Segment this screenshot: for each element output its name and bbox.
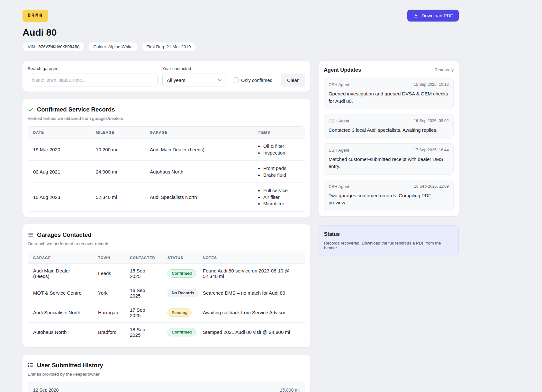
agent-update-item: CSH Agent 17 Sep 2025, 16:44 Matched cus…	[324, 143, 454, 175]
user-history-entry: 12 Sep 2020 15,800 mi Oil & filter at ho…	[28, 382, 305, 392]
confirmed-records-subtitle: Verified entries we obtained from garage…	[28, 116, 305, 121]
garage-town: Bradford	[93, 325, 125, 339]
download-pdf-button[interactable]: Download PDF	[407, 10, 459, 22]
col-mileage: Mileage	[91, 127, 145, 138]
garages-contacted-table: Garage Town Contacted Status Notes Audi …	[28, 252, 305, 342]
update-message: Two garages confirmed records. Compiling…	[329, 192, 449, 207]
vin-value: 0Z0VZWKHVGKMDRABQ	[38, 44, 79, 49]
agent-name: CSH Agent	[329, 148, 349, 153]
agent-name: CSH Agent	[329, 184, 349, 189]
clear-button[interactable]: Clear	[281, 74, 305, 86]
garage-name: Autohaus North	[28, 325, 93, 339]
agent-name: CSH Agent	[329, 119, 349, 123]
col-items: Items	[252, 127, 305, 138]
garage-notes: Awaiting callback from Service Advisor	[198, 306, 305, 319]
garage-notes: Stamped 2021 Audi 80 visit @ 24,900 mi	[198, 325, 305, 339]
col-date: Date	[28, 127, 91, 138]
garage-town: York	[93, 286, 125, 300]
record-items: Oil & filter Inspection	[257, 143, 300, 156]
table-header-row: Garage Town Contacted Status Notes	[28, 252, 305, 264]
status-badge: Confirmed	[167, 328, 196, 336]
demo-badge: D3M0	[23, 10, 48, 22]
record-item: Inspection	[263, 150, 300, 156]
agent-update-item: CSH Agent 15 Sep 2025, 10:12 Opened inve…	[324, 78, 454, 109]
garage-notes: Found Audi 80 service on 2023-08-10 @ 52…	[198, 264, 305, 283]
garage-contacted-date: 17 Sep 2025	[125, 303, 162, 322]
col-garage: Garage	[145, 127, 252, 138]
table-header-row: Date Mileage Garage Items	[28, 127, 305, 138]
record-item: Air filter	[263, 194, 300, 200]
vehicle-chips: VIN: 0Z0VZWKHVGKMDRABQ Colour: Alpine Wh…	[23, 42, 459, 51]
garage-name: MOT & Service Centre	[28, 286, 93, 300]
status-title: Status	[324, 231, 453, 237]
table-row: Audi Main Dealer (Leeds) Leeds 15 Sep 20…	[28, 264, 305, 283]
only-confirmed-label: Only confirmed	[241, 78, 273, 83]
update-message: Matched customer-submitted receipt with …	[329, 156, 449, 170]
year-label: Year contacted	[162, 66, 227, 71]
table-row: 19 Mar 2020 10,200 mi Audi Main Dealer (…	[28, 138, 305, 161]
list-icon	[28, 362, 34, 368]
agent-update-item: CSH Agent 16 Sep 2025, 09:02 Contacted 3…	[324, 114, 454, 138]
check-icon	[28, 107, 34, 113]
garages-contacted-title: Garages Contacted	[37, 231, 92, 238]
table-row: 02 Aug 2021 24,900 mi Autohaus North Fro…	[28, 161, 305, 183]
page-header: D3M0 Download PDF	[23, 10, 459, 22]
entry-mileage: 15,800 mi	[280, 388, 299, 392]
year-select[interactable]: All years	[162, 74, 227, 86]
record-garage: Audi Specialists North	[145, 190, 252, 204]
record-date: 02 Aug 2021	[28, 165, 91, 179]
colour-chip: Colour: Alpine White	[88, 42, 138, 51]
update-timestamp: 18 Sep 2025, 11:09	[414, 184, 449, 189]
download-icon	[413, 13, 419, 18]
garage-contacted-date: 16 Sep 2025	[125, 283, 162, 303]
page: D3M0 Download PDF Audi 80 VIN: 0Z0VZWKHV…	[0, 0, 459, 392]
search-input[interactable]	[28, 74, 158, 86]
chevron-down-icon	[217, 77, 222, 83]
col-notes: Notes	[198, 252, 305, 263]
download-pdf-label: Download PDF	[421, 13, 453, 18]
year-select-value: All years	[167, 77, 185, 83]
record-mileage: 10,200 mi	[91, 143, 145, 156]
user-history-card: User Submitted History Entries provided …	[23, 355, 310, 392]
only-confirmed-checkbox[interactable]	[233, 77, 239, 83]
garage-contacted-date: 15 Sep 2025	[125, 264, 162, 283]
agent-updates-title: Agent Updates	[324, 67, 361, 73]
record-item: Microfilter	[263, 200, 300, 207]
col-status: Status	[162, 252, 198, 263]
agent-name: CSH Agent	[329, 82, 349, 87]
record-date: 10 Aug 2023	[28, 190, 91, 204]
record-garage: Autohaus North	[145, 165, 252, 179]
update-message: Contacted 3 local Audi specialists. Awai…	[329, 127, 449, 134]
garage-name: Audi Specialists North	[28, 306, 93, 319]
record-garage: Audi Main Dealer (Leeds)	[145, 143, 252, 156]
garages-contacted-subtitle: Outreach we performed to recover records…	[28, 241, 305, 246]
confirmed-records-card: Confirmed Service Records Verified entri…	[23, 99, 310, 217]
record-item: Full service	[263, 187, 300, 194]
record-items: Full service Air filter Microfilter	[257, 187, 300, 207]
record-item: Oil & filter	[263, 143, 300, 149]
status-card: Status Records recovered. Download the f…	[319, 225, 459, 256]
garages-contacted-title-row: Garages Contacted	[28, 231, 305, 238]
col-garage: Garage	[28, 252, 93, 263]
garage-notes: Searched DMS – no match for Audi 80	[198, 286, 305, 300]
status-badge: No Records	[167, 289, 198, 297]
status-badge: Pending	[167, 308, 192, 317]
filter-bar: Search garages Year contacted All years …	[23, 61, 310, 92]
agent-updates-card: Agent Updates Read-only CSH Agent 15 Sep…	[319, 61, 459, 216]
table-row: Audi Specialists North Harrogate 17 Sep …	[28, 303, 305, 323]
user-history-subtitle: Entries provided by the keeper/owner.	[28, 372, 305, 377]
record-items: Front pads Brake fluid	[257, 165, 300, 178]
update-timestamp: 15 Sep 2025, 10:12	[414, 82, 449, 87]
user-history-title-row: User Submitted History	[28, 362, 305, 369]
readonly-label: Read-only	[435, 67, 454, 72]
entry-date: 12 Sep 2020	[33, 388, 59, 392]
confirmed-records-table: Date Mileage Garage Items 19 Mar 2020 10…	[28, 126, 305, 212]
garage-contacted-date: 18 Sep 2025	[125, 323, 162, 342]
record-date: 19 Mar 2020	[28, 143, 91, 156]
agent-update-item: CSH Agent 18 Sep 2025, 11:09 Two garages…	[324, 180, 454, 211]
record-mileage: 24,900 mi	[91, 165, 145, 179]
garages-contacted-card: Garages Contacted Outreach we performed …	[23, 224, 310, 347]
hamburger-icon	[28, 232, 34, 238]
record-mileage: 52,340 mi	[91, 190, 145, 204]
search-label: Search garages	[28, 66, 158, 71]
